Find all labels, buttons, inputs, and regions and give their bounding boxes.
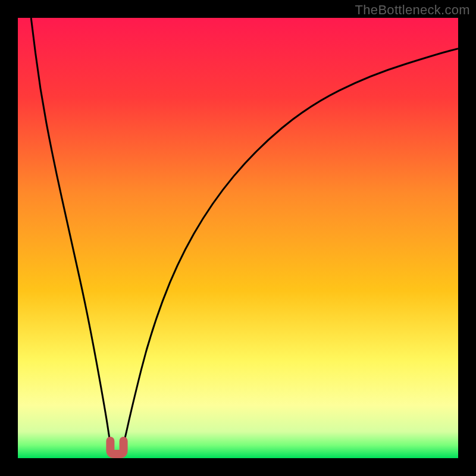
bottleneck-chart <box>18 18 458 458</box>
chart-frame: TheBottleneck.com <box>0 0 476 476</box>
gradient-background <box>18 18 458 458</box>
plot-area <box>18 18 458 458</box>
watermark-text: TheBottleneck.com <box>355 2 470 18</box>
